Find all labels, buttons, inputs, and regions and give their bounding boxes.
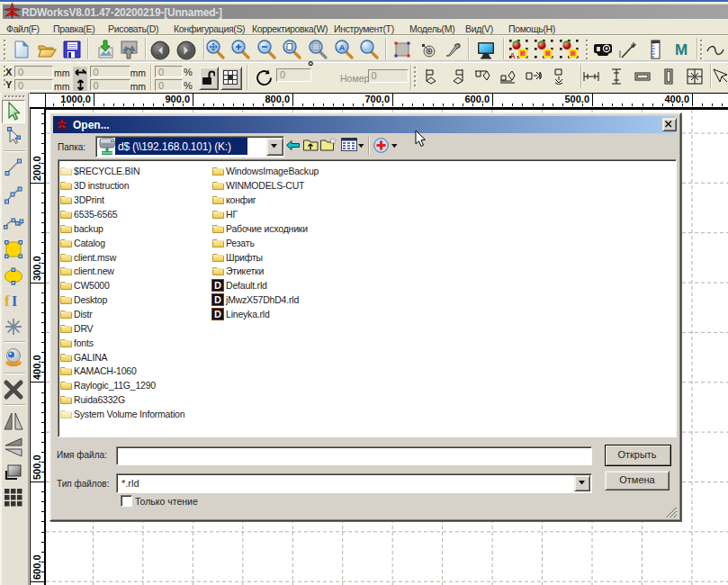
- svg-text:A: A: [339, 43, 346, 52]
- svg-text:A: A: [510, 51, 516, 59]
- svg-text:I: I: [12, 293, 17, 309]
- svg-text:f: f: [4, 292, 10, 310]
